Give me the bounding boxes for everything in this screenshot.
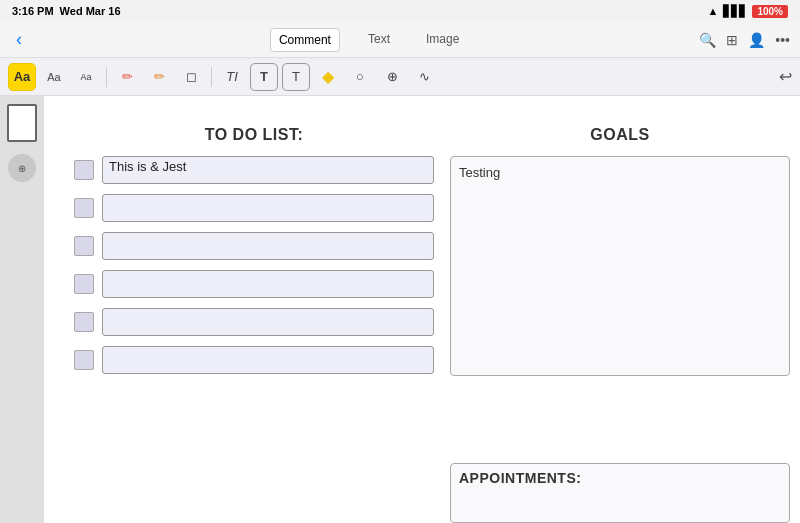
status-bar: 3:16 PM Wed Mar 16 ▲ ▋▋▋ 100% xyxy=(0,0,800,22)
todo-input-5[interactable] xyxy=(102,308,434,336)
battery-indicator: 100% xyxy=(752,5,788,18)
tool-font-bold[interactable]: Aa xyxy=(8,63,36,91)
tab-image[interactable]: Image xyxy=(418,28,467,52)
tool-pen-red[interactable]: ✏ xyxy=(113,63,141,91)
todo-checkbox-3[interactable] xyxy=(74,236,94,256)
todo-checkbox-2[interactable] xyxy=(74,198,94,218)
back-button[interactable]: ‹ xyxy=(10,27,28,52)
todo-row-1: This is & Jest xyxy=(74,156,434,184)
tool-pen-orange[interactable]: ✏ xyxy=(145,63,173,91)
toolbar-separator-2 xyxy=(211,67,212,87)
wifi-icon: ▲ xyxy=(708,5,719,17)
page-sidebar: ⊕ xyxy=(0,96,44,523)
tab-comment[interactable]: Comment xyxy=(270,28,340,52)
appointments-section: APPOINTMENTS: xyxy=(450,463,790,523)
goals-content-box[interactable]: Testing xyxy=(450,156,790,376)
page-thumbnail-1[interactable] xyxy=(7,104,37,142)
search-icon[interactable]: 🔍 xyxy=(699,32,716,48)
canvas-area: ⊕ TO DO LIST: This is & Jest xyxy=(0,96,800,523)
todo-row-6 xyxy=(74,346,434,374)
todo-title: TO DO LIST: xyxy=(74,126,434,144)
status-right: ▲ ▋▋▋ 100% xyxy=(708,5,788,18)
todo-input-6[interactable] xyxy=(102,346,434,374)
todo-row-2 xyxy=(74,194,434,222)
signal-icon: ▋▋▋ xyxy=(723,5,747,18)
toolbar-separator-1 xyxy=(106,67,107,87)
goals-text: Testing xyxy=(459,165,500,180)
date-display: Wed Mar 16 xyxy=(60,5,121,17)
tool-text-ti[interactable]: TI xyxy=(218,63,246,91)
todo-input-1[interactable]: This is & Jest xyxy=(102,156,434,184)
status-left: 3:16 PM Wed Mar 16 xyxy=(12,5,121,17)
page-content: TO DO LIST: This is & Jest xyxy=(44,96,800,523)
undo-button[interactable]: ↩ xyxy=(779,67,792,86)
nav-tabs: Comment Text Image xyxy=(38,28,699,52)
tool-font-small[interactable]: Aa xyxy=(72,63,100,91)
tool-text-box1[interactable]: T xyxy=(250,63,278,91)
tab-text[interactable]: Text xyxy=(360,28,398,52)
todo-input-2[interactable] xyxy=(102,194,434,222)
todo-row-5 xyxy=(74,308,434,336)
tool-font-medium[interactable]: Aa xyxy=(40,63,68,91)
todo-checkbox-1[interactable] xyxy=(74,160,94,180)
todo-items-list: This is & Jest xyxy=(74,156,434,374)
todo-section: TO DO LIST: This is & Jest xyxy=(74,126,434,374)
todo-checkbox-5[interactable] xyxy=(74,312,94,332)
tool-shape[interactable]: ○ xyxy=(346,63,374,91)
tool-highlight[interactable]: ◆ xyxy=(314,63,342,91)
nav-bar: ‹ Comment Text Image 🔍 ⊞ 👤 ••• xyxy=(0,22,800,58)
appointments-title: APPOINTMENTS: xyxy=(459,470,781,486)
grid-icon[interactable]: ⊞ xyxy=(726,32,738,48)
goals-title: GOALS xyxy=(450,126,790,144)
tool-text-box2[interactable]: T xyxy=(282,63,310,91)
todo-checkbox-4[interactable] xyxy=(74,274,94,294)
todo-row-3 xyxy=(74,232,434,260)
appointments-box[interactable]: APPOINTMENTS: xyxy=(450,463,790,523)
tool-draw[interactable]: ∿ xyxy=(410,63,438,91)
goals-section: GOALS Testing xyxy=(450,126,790,376)
stamp-tool-icon[interactable]: ⊕ xyxy=(8,154,36,182)
tool-eraser[interactable]: ◻ xyxy=(177,63,205,91)
nav-right-icons: 🔍 ⊞ 👤 ••• xyxy=(699,32,790,48)
todo-checkbox-6[interactable] xyxy=(74,350,94,370)
tool-stamp[interactable]: ⊕ xyxy=(378,63,406,91)
todo-row-4 xyxy=(74,270,434,298)
more-icon[interactable]: ••• xyxy=(775,32,790,48)
todo-input-4[interactable] xyxy=(102,270,434,298)
time-display: 3:16 PM xyxy=(12,5,54,17)
toolbar: Aa Aa Aa ✏ ✏ ◻ TI T T ◆ ○ ⊕ ∿ ↩ xyxy=(0,58,800,96)
todo-input-3[interactable] xyxy=(102,232,434,260)
person-icon[interactable]: 👤 xyxy=(748,32,765,48)
